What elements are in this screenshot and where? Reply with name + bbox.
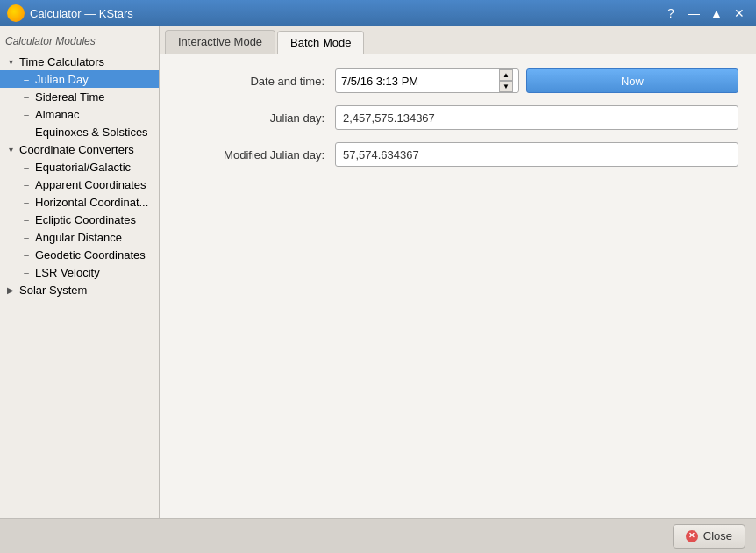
dash-icon-ecliptic: – — [19, 212, 33, 226]
sidebar-item-label-ecliptic: Ecliptic Coordinates — [33, 213, 155, 226]
sidebar-header: Calculator Modules — [0, 30, 159, 53]
julian-day-input[interactable] — [335, 105, 738, 130]
sidebar-section-time-calculators[interactable]: ▾ Time Calculators — [0, 53, 159, 70]
tab-interactive[interactable]: Interactive Mode — [165, 30, 275, 54]
sidebar-item-geodetic-coordinates[interactable]: – Geodetic Coordinates — [0, 246, 159, 263]
sidebar-item-label-sidereal: Sidereal Time — [33, 90, 155, 104]
sidebar-item-label-almanac: Almanac — [33, 108, 155, 121]
sidebar-item-angular-distance[interactable]: – Angular Distance — [0, 228, 159, 246]
main-content: Calculator Modules ▾ Time Calculators – … — [0, 26, 756, 518]
title-bar: Calculator — KStars ? — ▲ ✕ — [0, 0, 756, 26]
title-bar-controls: ? — ▲ ✕ — [661, 4, 749, 23]
sidebar-item-julian-day[interactable]: – Julian Day — [0, 70, 159, 88]
content-area: Interactive Mode Batch Mode Date and tim… — [160, 26, 756, 518]
close-icon: ✕ — [686, 530, 698, 542]
help-button[interactable]: ? — [661, 4, 681, 23]
sidebar-item-label-angular: Angular Distance — [33, 231, 155, 244]
expand-icon-solar: ▶ — [4, 283, 18, 297]
sidebar-section-label-time: Time Calculators — [18, 55, 155, 68]
app-logo-icon — [7, 4, 25, 22]
sidebar-item-label-equinoxes: Equinoxes & Solstices — [33, 126, 155, 139]
sidebar-item-horizontal-coordinat[interactable]: – Horizontal Coordinat... — [0, 193, 159, 211]
sidebar-section-label-coord: Coordinate Converters — [18, 143, 155, 156]
date-time-value: 7/5/16 3:13 PM — [341, 75, 499, 88]
close-action-label: Close — [703, 529, 732, 542]
form-area: Date and time: 7/5/16 3:13 PM ▲ ▼ Now Ju… — [160, 54, 756, 518]
modified-julian-day-row: Modified Julian day: — [177, 142, 738, 167]
sidebar-section-solar-system[interactable]: ▶ Solar System — [0, 281, 159, 298]
dash-icon-apparent: – — [19, 177, 33, 191]
sidebar-item-label-julian-day: Julian Day — [33, 73, 155, 86]
close-x-mark: ✕ — [688, 532, 695, 540]
date-time-input-group: 7/5/16 3:13 PM ▲ ▼ Now — [335, 68, 738, 93]
modified-julian-day-input-group — [335, 142, 738, 167]
date-time-field[interactable]: 7/5/16 3:13 PM ▲ ▼ — [335, 68, 519, 93]
sidebar-item-label-geodetic: Geodetic Coordinates — [33, 248, 155, 262]
bottom-bar: ✕ Close — [0, 518, 756, 553]
sidebar-item-equatorial-galactic[interactable]: – Equatorial/Galactic — [0, 158, 159, 176]
tabs-bar: Interactive Mode Batch Mode — [160, 26, 756, 54]
window-close-button[interactable]: ✕ — [730, 4, 749, 23]
spin-up-button[interactable]: ▲ — [499, 69, 513, 81]
dash-icon-julian: – — [19, 72, 33, 86]
sidebar-item-ecliptic-coordinates[interactable]: – Ecliptic Coordinates — [0, 211, 159, 228]
sidebar: Calculator Modules ▾ Time Calculators – … — [0, 26, 160, 518]
spin-down-button[interactable]: ▼ — [499, 81, 513, 92]
sidebar-section-coordinate-converters[interactable]: ▾ Coordinate Converters — [0, 140, 159, 158]
date-time-row: Date and time: 7/5/16 3:13 PM ▲ ▼ Now — [177, 68, 738, 93]
julian-day-input-group — [335, 105, 738, 130]
sidebar-item-almanac[interactable]: – Almanac — [0, 105, 159, 123]
maximize-button[interactable]: ▲ — [707, 4, 726, 23]
julian-day-label: Julian day: — [177, 111, 335, 125]
modified-julian-day-input[interactable] — [335, 142, 738, 167]
dash-icon-almanac: – — [19, 107, 33, 121]
sidebar-section-label-solar: Solar System — [18, 284, 155, 297]
dash-icon-angular: – — [19, 230, 33, 244]
minimize-button[interactable]: — — [684, 4, 703, 23]
sidebar-item-label-horizontal: Horizontal Coordinat... — [33, 196, 155, 209]
expand-icon-coord: ▾ — [4, 142, 18, 156]
window-title: Calculator — KStars — [30, 7, 133, 20]
dash-icon-lsr: – — [19, 265, 33, 279]
sidebar-header-label: Calculator Modules — [4, 32, 155, 51]
dash-icon-equinoxes: – — [19, 125, 33, 139]
tab-batch[interactable]: Batch Mode — [277, 31, 364, 54]
close-action-button[interactable]: ✕ Close — [673, 524, 745, 549]
date-time-spinbox[interactable]: ▲ ▼ — [499, 69, 513, 92]
julian-day-row: Julian day: — [177, 105, 738, 130]
sidebar-item-label-lsr: LSR Velocity — [33, 266, 155, 279]
dash-icon-eq-gal: – — [19, 160, 33, 174]
sidebar-item-label-equatorial: Equatorial/Galactic — [33, 161, 155, 174]
modified-julian-day-label: Modified Julian day: — [177, 148, 335, 162]
now-button[interactable]: Now — [526, 68, 738, 93]
sidebar-item-sidereal-time[interactable]: – Sidereal Time — [0, 88, 159, 105]
dash-icon-sidereal: – — [19, 90, 33, 104]
date-time-label: Date and time: — [177, 75, 335, 88]
sidebar-item-apparent-coordinates[interactable]: – Apparent Coordinates — [0, 176, 159, 193]
sidebar-item-equinoxes[interactable]: – Equinoxes & Solstices — [0, 123, 159, 140]
sidebar-item-lsr-velocity[interactable]: – LSR Velocity — [0, 263, 159, 281]
expand-icon-time: ▾ — [4, 54, 18, 68]
title-bar-left: Calculator — KStars — [7, 4, 133, 22]
dash-icon-geodetic: – — [19, 248, 33, 262]
dash-icon-horizontal: – — [19, 195, 33, 209]
sidebar-item-label-apparent: Apparent Coordinates — [33, 178, 155, 191]
